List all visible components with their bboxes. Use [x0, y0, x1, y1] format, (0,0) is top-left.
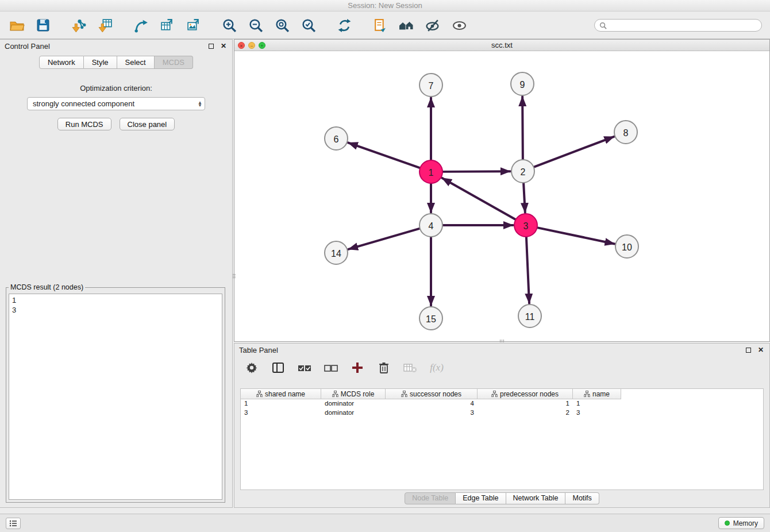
graph-edge-2-9[interactable] — [522, 97, 523, 160]
graph-node-15[interactable]: 15 — [419, 307, 442, 330]
graph-node-11[interactable]: 11 — [518, 304, 541, 327]
copy-network-view-icon[interactable] — [371, 17, 388, 34]
control-panel: Control Panel ✕ Network Style Select MCD… — [0, 39, 233, 508]
graph-edge-3-1[interactable] — [442, 178, 515, 219]
table-panel: Table Panel ✕ f(x) shared nameMCDS — [234, 343, 770, 508]
mcds-result-list[interactable]: 13 — [9, 294, 222, 500]
window-titlebar: Session: New Session — [0, 0, 770, 11]
tab-mcds[interactable]: MCDS — [155, 56, 193, 69]
graph-node-3[interactable]: 3 — [514, 214, 537, 237]
import-network-icon[interactable] — [70, 17, 87, 34]
float-table-panel-icon[interactable] — [744, 346, 752, 354]
splitter-grip-horizontal[interactable] — [494, 340, 509, 342]
graph-node-2[interactable]: 2 — [511, 160, 534, 183]
paint-annotations-icon[interactable] — [424, 17, 441, 34]
graph-edge-1-2[interactable] — [442, 171, 510, 172]
graph-edge-2-8[interactable] — [534, 137, 614, 167]
table-cell[interactable]: dominator — [321, 408, 386, 418]
zoom-fit-icon[interactable] — [274, 17, 291, 34]
table-cell[interactable]: 1 — [478, 399, 573, 408]
network-canvas[interactable]: 7968124314101511 — [234, 52, 769, 341]
graph-node-1[interactable]: 1 — [419, 160, 442, 183]
graph-node-label: 2 — [521, 167, 526, 177]
table-cell[interactable]: dominator — [321, 399, 386, 408]
close-panel-button[interactable]: Close panel — [120, 118, 175, 130]
optimization-criterion-select[interactable]: strongly connected component ▲▼ — [27, 97, 205, 110]
float-panel-icon[interactable] — [207, 42, 215, 50]
table-cell[interactable]: 1 — [573, 399, 621, 408]
column-header-MCDS-role[interactable]: MCDS role — [321, 389, 386, 399]
graph-node-14[interactable]: 14 — [325, 241, 348, 264]
graph-node-label: 7 — [429, 81, 434, 91]
search-box[interactable] — [594, 19, 762, 32]
network-from-database-icon[interactable] — [132, 17, 149, 34]
mcds-result-line: 3 — [12, 305, 219, 315]
first-neighbors-icon[interactable] — [398, 17, 415, 34]
delete-columns-icon[interactable] — [377, 361, 391, 375]
mcds-result-line: 1 — [12, 295, 219, 305]
table-cell[interactable]: 4 — [386, 399, 478, 408]
graph-node-4[interactable]: 4 — [419, 214, 442, 237]
graph-node-7[interactable]: 7 — [419, 74, 442, 97]
graph-node-label: 3 — [523, 221, 529, 231]
run-mcds-button[interactable]: Run MCDS — [57, 118, 111, 130]
table-cell[interactable]: 1 — [241, 399, 321, 408]
table-row[interactable]: 1dominator411 — [241, 399, 763, 408]
close-panel-icon[interactable]: ✕ — [220, 42, 228, 50]
column-header-successor-nodes[interactable]: successor nodes — [386, 389, 478, 399]
graph-edge-3-11[interactable] — [526, 237, 529, 303]
tab-motifs[interactable]: Motifs — [565, 492, 599, 504]
memory-button[interactable]: Memory — [718, 517, 764, 529]
open-file-icon[interactable] — [8, 17, 25, 34]
export-table-icon[interactable] — [159, 17, 176, 34]
zoom-out-icon[interactable] — [247, 17, 264, 34]
graph-node-8[interactable]: 8 — [614, 121, 637, 144]
selected-criterion: strongly connected component — [33, 99, 198, 108]
graph-node-10[interactable]: 10 — [615, 235, 638, 258]
tab-network-table[interactable]: Network Table — [506, 492, 566, 504]
table-row[interactable]: 3dominator323 — [241, 408, 763, 418]
tab-node-table[interactable]: Node Table — [405, 492, 456, 504]
column-header-predecessor-nodes[interactable]: predecessor nodes — [478, 389, 573, 399]
show-graphics-details-icon[interactable] — [451, 17, 468, 34]
tab-select[interactable]: Select — [117, 56, 155, 69]
select-stepper-icon: ▲▼ — [198, 101, 202, 107]
add-column-icon[interactable] — [351, 361, 364, 375]
zoom-in-icon[interactable] — [221, 17, 238, 34]
table-cell[interactable]: 3 — [386, 408, 478, 418]
show-columns-icon[interactable] — [271, 361, 285, 375]
tab-style[interactable]: Style — [84, 56, 117, 69]
splitter-grip-vertical[interactable] — [233, 268, 236, 283]
select-all-rows-icon[interactable] — [298, 361, 311, 375]
tab-edge-table[interactable]: Edge Table — [456, 492, 506, 504]
close-table-panel-icon[interactable]: ✕ — [757, 346, 765, 354]
tab-network[interactable]: Network — [39, 56, 84, 69]
search-icon — [599, 22, 607, 29]
deselect-all-rows-icon[interactable] — [324, 361, 338, 375]
table-cell[interactable]: 2 — [478, 408, 573, 418]
import-table-icon[interactable] — [97, 17, 114, 34]
table-cell[interactable]: 3 — [241, 408, 321, 418]
refresh-view-icon[interactable] — [336, 17, 353, 34]
search-input[interactable] — [610, 21, 757, 30]
optimization-criterion-label: Optimization criterion: — [0, 84, 232, 92]
memory-label: Memory — [733, 519, 758, 527]
graph-node-label: 10 — [622, 242, 632, 252]
graph-edge-1-6[interactable] — [348, 142, 420, 168]
graph-edge-2-3[interactable] — [523, 183, 525, 213]
graph-edge-4-14[interactable] — [348, 229, 420, 249]
table-toolbar: f(x) — [234, 356, 769, 379]
zoom-selected-icon[interactable] — [300, 17, 317, 34]
node-table[interactable]: shared nameMCDS rolesuccessor nodesprede… — [240, 388, 764, 490]
column-header-shared-name[interactable]: shared name — [241, 389, 321, 399]
graph-node-9[interactable]: 9 — [511, 72, 534, 95]
table-settings-icon[interactable] — [245, 361, 259, 375]
table-cell[interactable]: 3 — [573, 408, 621, 418]
graph-edge-3-10[interactable] — [537, 228, 615, 244]
column-header-name[interactable]: name — [573, 389, 621, 399]
task-history-icon[interactable] — [6, 518, 21, 529]
graph-node-6[interactable]: 6 — [325, 127, 348, 150]
export-image-icon[interactable] — [185, 17, 202, 34]
save-session-icon[interactable] — [34, 17, 52, 34]
graph-node-label: 1 — [429, 168, 434, 178]
